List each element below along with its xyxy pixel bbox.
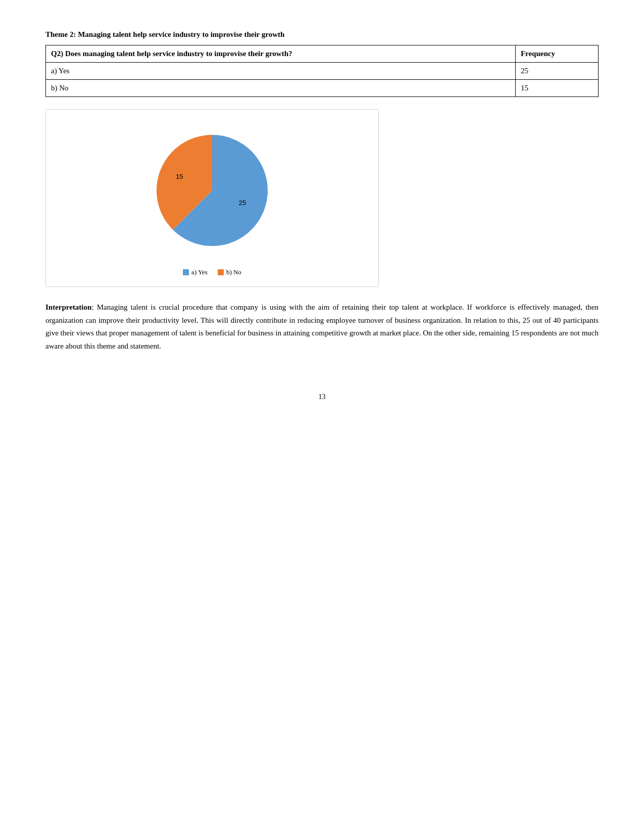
- table-freq-header: Frequency: [515, 45, 598, 63]
- legend-no-label: b) No: [226, 268, 241, 276]
- no-slice-label: 15: [176, 173, 183, 180]
- table-cell-yes-value: 25: [515, 63, 598, 80]
- table-cell-yes-label: a) Yes: [46, 63, 516, 80]
- table-cell-no-value: 15: [515, 80, 598, 97]
- data-table: Q2) Does managing talent help service in…: [45, 45, 599, 97]
- legend-yes: a) Yes: [183, 268, 208, 276]
- interpretation-paragraph: Interpretation: Managing talent is cruci…: [45, 301, 599, 353]
- legend-no: b) No: [218, 268, 241, 276]
- chart-area: 15 25: [56, 120, 368, 261]
- page-number: 13: [45, 393, 599, 401]
- legend-yes-label: a) Yes: [191, 268, 208, 276]
- interpretation-bold: Interpretation: [45, 303, 91, 311]
- yes-slice-label: 25: [239, 199, 246, 207]
- table-row: b) No 15: [46, 80, 599, 97]
- legend-no-color: [218, 269, 224, 275]
- table-cell-no-label: b) No: [46, 80, 516, 97]
- chart-container: 15 25 a) Yes b) No: [45, 109, 379, 287]
- chart-legend: a) Yes b) No: [56, 268, 368, 276]
- interpretation-body: : Managing talent is crucial procedure t…: [45, 303, 599, 350]
- theme-title: Theme 2: Managing talent help service in…: [45, 30, 599, 39]
- table-row: a) Yes 25: [46, 63, 599, 80]
- pie-chart: 15 25: [131, 120, 293, 261]
- table-question-header: Q2) Does managing talent help service in…: [46, 45, 516, 63]
- legend-yes-color: [183, 269, 189, 275]
